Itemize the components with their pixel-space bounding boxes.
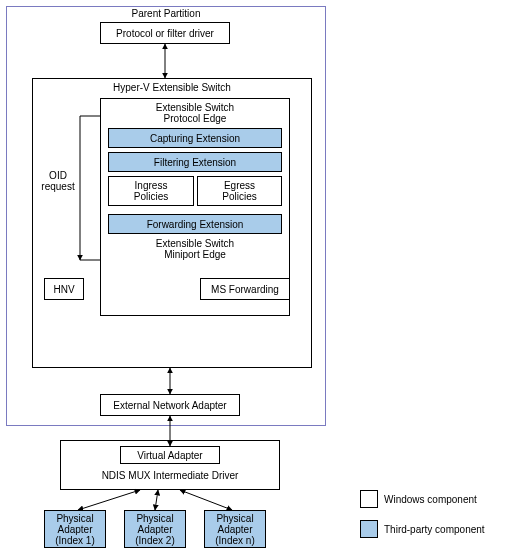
legend-thirdparty-row: Third-party component [360, 520, 485, 538]
parent-partition-title: Parent Partition [6, 8, 326, 19]
legend-windows-row: Windows component [360, 490, 477, 508]
svg-line-8 [180, 490, 232, 510]
miniport-edge-label: Extensible Switch Miniport Edge [110, 238, 280, 260]
legend-thirdparty-label: Third-party component [384, 524, 485, 535]
svg-line-7 [155, 490, 158, 510]
hnv-box: HNV [44, 278, 84, 300]
egress-policies-label: Egress Policies [222, 180, 256, 202]
physical-adapter-2-label: Physical Adapter (Index 2) [135, 513, 174, 546]
external-adapter-label: External Network Adapter [113, 400, 226, 411]
legend-windows-label: Windows component [384, 494, 477, 505]
msforwarding-box: MS Forwarding [200, 278, 290, 300]
legend-thirdparty-swatch [360, 520, 378, 538]
external-adapter-box: External Network Adapter [100, 394, 240, 416]
forwarding-extension-box: Forwarding Extension [108, 214, 282, 234]
capturing-extension-label: Capturing Extension [150, 133, 240, 144]
oid-request-label: OID request [38, 170, 78, 192]
forwarding-extension-label: Forwarding Extension [147, 219, 244, 230]
virtual-adapter-label: Virtual Adapter [137, 450, 202, 461]
mux-driver-label: NDIS MUX Intermediate Driver [60, 470, 280, 481]
protocol-driver-box: Protocol or filter driver [100, 22, 230, 44]
physical-adapter-1-box: Physical Adapter (Index 1) [44, 510, 106, 548]
svg-line-6 [78, 490, 140, 510]
protocol-driver-label: Protocol or filter driver [116, 28, 214, 39]
msforwarding-label: MS Forwarding [211, 284, 279, 295]
hnv-label: HNV [53, 284, 74, 295]
hes-title: Hyper-V Extensible Switch [32, 82, 312, 93]
filtering-extension-label: Filtering Extension [154, 157, 236, 168]
filtering-extension-box: Filtering Extension [108, 152, 282, 172]
virtual-adapter-box: Virtual Adapter [120, 446, 220, 464]
protocol-edge-label: Extensible Switch Protocol Edge [110, 102, 280, 124]
legend-windows-swatch [360, 490, 378, 508]
egress-policies-box: Egress Policies [197, 176, 282, 206]
physical-adapter-n-box: Physical Adapter (Index n) [204, 510, 266, 548]
physical-adapter-n-label: Physical Adapter (Index n) [215, 513, 254, 546]
ingress-policies-box: Ingress Policies [108, 176, 194, 206]
capturing-extension-box: Capturing Extension [108, 128, 282, 148]
physical-adapter-1-label: Physical Adapter (Index 1) [55, 513, 94, 546]
ingress-policies-label: Ingress Policies [134, 180, 168, 202]
physical-adapter-2-box: Physical Adapter (Index 2) [124, 510, 186, 548]
